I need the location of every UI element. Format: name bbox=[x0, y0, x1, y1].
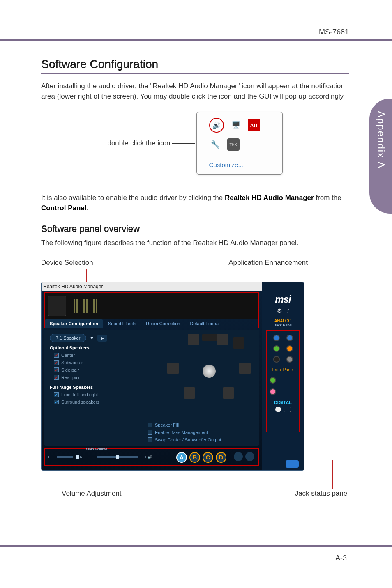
tab-speaker-configuration[interactable]: Speaker Configuration bbox=[45, 319, 103, 328]
speaker-icon[interactable] bbox=[184, 387, 195, 399]
paragraph-control-panel: It is also available to enable the audio… bbox=[41, 193, 349, 213]
checkbox-speaker-fill[interactable] bbox=[148, 423, 152, 427]
doc-id: MS-7681 bbox=[319, 28, 349, 37]
checkbox-rear-pair[interactable]: ✔ bbox=[54, 375, 59, 380]
paragraph-intro: After installing the audio driver, the "… bbox=[41, 81, 349, 101]
callout-app-enhancement: Application Enhancement bbox=[228, 259, 308, 267]
tab-sound-effects[interactable]: Sound Effects bbox=[103, 319, 141, 328]
badge-c[interactable]: C bbox=[203, 452, 213, 463]
callout-line bbox=[172, 143, 195, 144]
balance-slider[interactable] bbox=[57, 456, 73, 458]
window-title: Realtek HD Audio Manager bbox=[43, 284, 103, 289]
optical-icon[interactable] bbox=[275, 407, 281, 412]
speaker-device-icon[interactable] bbox=[48, 296, 66, 316]
appendix-tab-label: Appendix A bbox=[375, 111, 387, 169]
center-speaker-icon[interactable] bbox=[202, 334, 217, 341]
analog-label: ANALOG bbox=[262, 319, 304, 323]
panel-tabs: Speaker Configuration Sound Effects Room… bbox=[44, 319, 259, 328]
checkbox-surround[interactable]: ✔ bbox=[54, 400, 59, 404]
connector-settings-button[interactable] bbox=[286, 460, 299, 468]
badge-d[interactable]: D bbox=[216, 452, 226, 463]
tab-room-correction[interactable]: Room Correction bbox=[141, 319, 185, 328]
jack-status-box: Front Panel DIGITAL bbox=[266, 330, 300, 432]
callout-volume-adjustment: Volume Adjustment bbox=[62, 489, 122, 498]
speaker-icon[interactable] bbox=[223, 387, 234, 399]
callout-jack-status: Jack status panel bbox=[295, 489, 349, 498]
mini-button[interactable] bbox=[234, 452, 243, 461]
main-volume-slider[interactable] bbox=[97, 456, 138, 458]
callout-line bbox=[95, 472, 95, 489]
customize-link[interactable]: Customize... bbox=[209, 161, 270, 168]
badge-a[interactable]: A bbox=[176, 452, 187, 463]
backpanel-label: Back Panel bbox=[262, 323, 304, 327]
callout-line bbox=[332, 460, 333, 489]
frontpanel-label: Front Panel bbox=[268, 368, 298, 372]
speaker-icon[interactable] bbox=[167, 363, 179, 374]
checkbox-front-lr[interactable]: ✔ bbox=[54, 392, 59, 397]
checkbox-swap-center[interactable] bbox=[148, 437, 152, 442]
speaker-icon[interactable] bbox=[188, 334, 199, 345]
speaker-mode-dropdown[interactable]: 7.1 Speaker bbox=[50, 334, 86, 342]
tab-default-format[interactable]: Default Format bbox=[185, 319, 225, 328]
notification-tray-box: 🔊 🖥️ ATI 🔧 THX Customize... bbox=[196, 112, 283, 175]
dropdown-arrow-icon[interactable]: ▼ bbox=[90, 335, 94, 340]
panel-figure: Device Selection Application Enhancement… bbox=[41, 260, 349, 478]
ati-tray-icon: ATI bbox=[248, 119, 260, 131]
heading-software-configuration: Software Configuration bbox=[41, 57, 349, 74]
tray-figure: double click the icon 🔊 🖥️ ATI 🔧 THX Cus… bbox=[41, 112, 349, 175]
badge-b[interactable]: B bbox=[189, 452, 200, 463]
appendix-tab: Appendix A bbox=[369, 99, 392, 214]
jack-icon[interactable] bbox=[286, 345, 293, 352]
digital-label: DIGITAL bbox=[268, 400, 298, 405]
balance-l-label: L bbox=[48, 455, 50, 459]
listener-icon bbox=[203, 365, 216, 378]
paragraph-overview: The following figure describes the funct… bbox=[41, 238, 349, 248]
checkbox-side-pair[interactable]: ✔ bbox=[54, 368, 59, 372]
subwoofer-icon[interactable] bbox=[233, 337, 244, 349]
spdif-icon[interactable] bbox=[284, 407, 291, 412]
heading-panel-overview: Software panel overview bbox=[41, 223, 349, 234]
checkbox-bass-mgmt[interactable] bbox=[148, 430, 152, 435]
tray-icon-tool: 🔧 bbox=[209, 138, 221, 151]
badge-row: A B C D bbox=[176, 452, 254, 463]
bold-realtek: Realtek HD Audio Manager bbox=[225, 194, 314, 202]
speaker-layout-diagram bbox=[163, 334, 254, 400]
jack-icon[interactable] bbox=[286, 335, 293, 341]
play-test-button[interactable]: ▶ bbox=[97, 335, 107, 342]
speaker-icon[interactable] bbox=[239, 363, 251, 374]
device-selection-strip[interactable] bbox=[44, 292, 259, 319]
speaker-icon[interactable] bbox=[217, 334, 228, 345]
realtek-audio-manager-window: Realtek HD Audio Manager — ☐ ✕ Speaker C… bbox=[41, 282, 304, 471]
page-number: A-3 bbox=[335, 554, 347, 563]
checkbox-center[interactable]: ✔ bbox=[54, 353, 59, 358]
mini-button[interactable] bbox=[245, 452, 254, 461]
jack-icon[interactable] bbox=[286, 356, 293, 363]
balance-r-label: R bbox=[80, 455, 83, 459]
settings-gear-icon[interactable]: ⚙ 𝑖 bbox=[262, 308, 304, 315]
tray-caption: double click the icon bbox=[107, 139, 170, 147]
right-jack-panel: msi ⚙ 𝑖 ANALOG Back Panel Front Panel bbox=[262, 282, 304, 470]
checkbox-subwoofer[interactable]: ✔ bbox=[54, 360, 59, 365]
callout-device-selection: Device Selection bbox=[41, 259, 93, 267]
jack-icon[interactable] bbox=[273, 335, 280, 341]
jack-icon[interactable] bbox=[273, 356, 280, 363]
main-volume-label: Main Volume bbox=[86, 447, 107, 451]
tray-icon-thx: THX bbox=[227, 138, 240, 151]
realtek-tray-icon[interactable]: 🔊 bbox=[209, 118, 224, 133]
bold-control-panel: Control Panel bbox=[41, 204, 87, 212]
jack-icon[interactable] bbox=[273, 345, 280, 352]
panel-body: 7.1 Speaker ▼ ▶ Optional Speakers ✔Cente… bbox=[44, 330, 259, 446]
tray-icon-generic: 🖥️ bbox=[230, 119, 242, 131]
jack-icon[interactable] bbox=[270, 388, 276, 395]
msi-logo: msi bbox=[262, 294, 304, 305]
jack-icon[interactable] bbox=[270, 377, 276, 384]
